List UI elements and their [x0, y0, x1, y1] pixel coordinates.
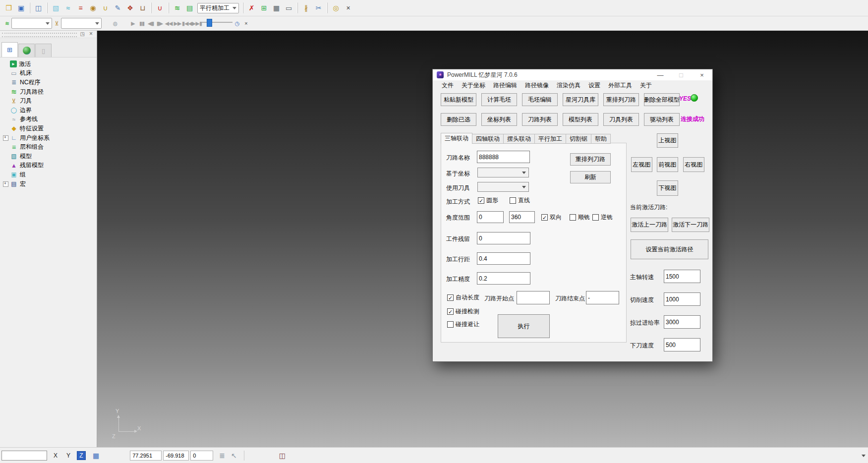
activate-next-toolpath-button[interactable]: 激活下一刀路: [672, 218, 709, 232]
tree-item[interactable]: 激活: [0, 59, 97, 69]
pointer-icon[interactable]: ↖: [231, 452, 237, 460]
climb-mill-checkbox[interactable]: 顺铣: [570, 213, 590, 222]
tab-four-axis[interactable]: 四轴联动: [472, 134, 504, 144]
measure-icon[interactable]: ▭: [283, 2, 294, 14]
tree-item[interactable]: 参考线: [0, 115, 97, 124]
print-icon[interactable]: ◫: [33, 2, 44, 14]
ball-tool-icon[interactable]: ◉: [87, 2, 99, 14]
go-end-icon[interactable]: ▶▶▮: [192, 18, 202, 29]
float-panel-icon[interactable]: ◳: [80, 31, 85, 37]
auto-length-checkbox[interactable]: ✓ 自动长度: [447, 293, 479, 302]
expander-icon[interactable]: [3, 181, 8, 187]
execute-button[interactable]: 执行: [498, 314, 550, 338]
tab-parallel-machining[interactable]: 平行加工: [535, 134, 566, 144]
bidirectional-checkbox[interactable]: ✓ 双向: [541, 213, 562, 222]
edit-toolpath-icon[interactable]: ✎: [112, 2, 123, 14]
find-models-icon[interactable]: ◎: [330, 2, 342, 14]
menu-external-tools[interactable]: 外部工具: [604, 81, 636, 90]
model-list-button[interactable]: 模型列表: [563, 113, 598, 126]
swap-tools-icon[interactable]: ✂: [313, 2, 324, 14]
toolbar-list-icon[interactable]: ≡: [75, 2, 86, 14]
delete-tool-icon[interactable]: ✗: [246, 2, 257, 14]
tab-cutting-saw[interactable]: 切割锯: [566, 134, 591, 144]
reorder-toolpaths-button[interactable]: 重排列刀路: [603, 93, 639, 106]
drive-list-button[interactable]: 驱动列表: [644, 113, 680, 126]
pattern-curve-icon[interactable]: ≈: [62, 2, 74, 14]
tool-combobox[interactable]: [477, 182, 529, 192]
view-top-button[interactable]: 上视图: [657, 133, 678, 148]
block-icon[interactable]: ▧: [50, 2, 61, 14]
toolpath-end-input[interactable]: [586, 291, 619, 304]
set-active-path-button[interactable]: 设置当前激活路径: [631, 239, 708, 259]
clock-icon[interactable]: ◷: [232, 18, 241, 29]
explorer-tab-tree[interactable]: ⊞: [1, 42, 18, 57]
explorer-header[interactable]: ◳ ×: [0, 31, 97, 38]
tree-item[interactable]: 机床: [0, 69, 97, 78]
rewind-icon[interactable]: ◀◀: [164, 18, 173, 29]
grid-icon[interactable]: ▦: [93, 452, 99, 460]
menu-about[interactable]: 关于: [636, 81, 656, 90]
tool-pair-icon[interactable]: ∦: [300, 2, 312, 14]
toolpath-name-input[interactable]: [477, 151, 530, 163]
menu-render-sim[interactable]: 渲染仿真: [553, 81, 584, 90]
angle-from-input[interactable]: [477, 211, 504, 223]
tool-icon[interactable]: ⊻: [52, 18, 61, 29]
close-toolbar-icon[interactable]: ×: [241, 18, 250, 29]
tab-swivel-head[interactable]: 摆头联动: [504, 134, 535, 144]
tool-list-button[interactable]: 刀具列表: [603, 113, 639, 126]
powermill-logo-icon[interactable]: ≋: [172, 2, 183, 14]
coord-combobox[interactable]: [477, 168, 529, 177]
menu-about-coords[interactable]: 关于坐标: [458, 81, 489, 90]
axis-z-button[interactable]: Z: [77, 451, 86, 460]
open-project-icon[interactable]: ❒: [3, 2, 14, 14]
toolpath-list-button[interactable]: 刀路列表: [522, 113, 558, 126]
coord-y-field[interactable]: [163, 451, 189, 461]
tree-item[interactable]: NC程序: [0, 78, 97, 87]
collision-check-checkbox[interactable]: ✓ 碰撞检测: [447, 307, 479, 316]
powermill-logo-icon[interactable]: ≋: [2, 18, 11, 29]
tab-three-axis[interactable]: 三轴联动: [441, 133, 472, 144]
cutting-feed[interactable]: [664, 292, 700, 306]
strategy-list-icon[interactable]: ▤: [184, 2, 195, 14]
menu-path-edit[interactable]: 路径编辑: [489, 81, 521, 90]
fast-forward-icon[interactable]: ▶▶: [173, 18, 182, 29]
light-icon[interactable]: ◍: [111, 18, 119, 29]
explorer-tab-world[interactable]: [18, 44, 35, 57]
toolpath-start-input[interactable]: [517, 291, 550, 304]
menu-settings[interactable]: 设置: [584, 81, 604, 90]
delete-all-models-button[interactable]: 删除全部模型: [644, 93, 680, 106]
go-start-icon[interactable]: ▮◀◀: [182, 18, 192, 29]
explorer-tab-trash[interactable]: ▯: [35, 44, 52, 57]
paste-new-model-button[interactable]: 粘贴新模型: [441, 93, 476, 106]
strategy-combobox[interactable]: 平行精加工: [197, 3, 239, 13]
save-project-icon[interactable]: ▣: [15, 2, 27, 14]
view-front-button[interactable]: 前视图: [657, 157, 678, 172]
close-button[interactable]: ×: [692, 69, 712, 80]
tree-item[interactable]: 组: [0, 170, 97, 179]
play-icon[interactable]: ▶: [128, 18, 137, 29]
status-combobox[interactable]: [1, 451, 47, 461]
close-panel-icon[interactable]: ×: [89, 31, 93, 37]
axis-x-button[interactable]: X: [51, 451, 60, 460]
angle-to-input[interactable]: [509, 211, 535, 223]
xinghe-tool-library-button[interactable]: 星河刀具库: [563, 93, 598, 106]
collision-avoid-checkbox[interactable]: 碰撞避让: [447, 320, 479, 329]
reorder-toolpaths-panel-button[interactable]: 重排列刀路: [570, 153, 611, 166]
stock-allowance-input[interactable]: [477, 232, 530, 244]
refresh-button[interactable]: 刷新: [570, 171, 611, 183]
compute-block-button[interactable]: 计算毛坯: [481, 93, 517, 106]
points-icon[interactable]: ❖: [124, 2, 136, 14]
tolerance-input[interactable]: [477, 272, 530, 285]
conventional-mill-checkbox[interactable]: 逆铣: [592, 213, 613, 222]
tool-holder-icon[interactable]: ⊔: [137, 2, 148, 14]
menu-path-mirror[interactable]: 路径镜像: [521, 81, 553, 90]
coord-x-field[interactable]: [130, 451, 162, 461]
circle-checkbox[interactable]: ✓ 圆形: [478, 196, 498, 205]
tree-item[interactable]: 刀具: [0, 96, 97, 106]
tree-item[interactable]: 特征设置: [0, 124, 97, 133]
tree-item[interactable]: 宏: [0, 179, 97, 189]
tree-item[interactable]: 模型: [0, 152, 97, 161]
expander-icon[interactable]: [3, 135, 8, 141]
list-options-icon[interactable]: ≣: [219, 452, 225, 460]
view-left-button[interactable]: 左视图: [631, 157, 652, 172]
